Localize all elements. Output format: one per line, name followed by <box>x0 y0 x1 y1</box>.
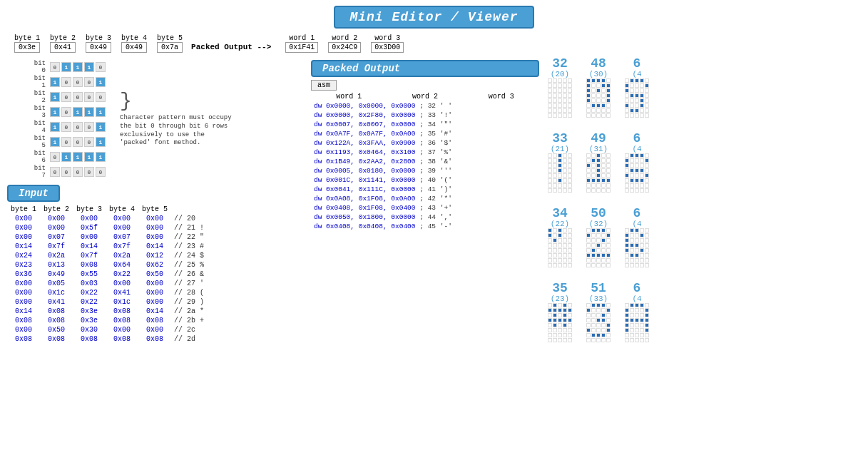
byte-group-1: byte 1 0x3e <box>14 34 40 53</box>
pixel-4-5-3 <box>601 178 606 183</box>
pixel-2-3-3 <box>640 93 644 98</box>
pixel-2-3-0 <box>625 93 629 98</box>
char-grid-9 <box>548 303 572 342</box>
table-row: dw 0x001C, 0x1141, 0x0000 ; 40 '(' <box>311 175 539 185</box>
pixel-11-4-4 <box>645 323 649 327</box>
pixel-0-6-1 <box>553 108 557 113</box>
bit-cell-6-1: 1 <box>61 152 71 162</box>
pixel-7-7-4 <box>606 263 611 267</box>
pixel-11-7-4 <box>645 338 649 342</box>
input-cell-8-4: 0x00 <box>138 288 171 297</box>
pixel-0-5-2 <box>558 103 562 108</box>
packed-table-body: dw 0x0000, 0x0000, 0x0000 ; 32 ' 'dw 0x0… <box>311 101 539 231</box>
packed-word2-header: word 2 <box>387 92 464 101</box>
pixel-3-7-3 <box>563 188 567 193</box>
pixel-0-7-2 <box>558 113 562 118</box>
pixel-7-0-0 <box>586 228 591 232</box>
pixel-11-7-0 <box>625 338 629 342</box>
input-cell-10-0: 0x14 <box>7 307 40 316</box>
input-cell-4-5: // 24 $ <box>171 251 208 260</box>
pixel-6-2-3 <box>563 238 567 242</box>
pixel-0-5-0 <box>548 103 552 108</box>
bit-cell-5-3: 0 <box>84 137 94 147</box>
bit-cell-3-2: 1 <box>73 107 83 117</box>
table-row: dw 0x122A, 0x3FAA, 0x0900 ; 36 '$' <box>311 138 539 148</box>
input-table-wrap[interactable]: byte 1byte 2byte 3byte 4byte 5 0x000x000… <box>7 205 307 344</box>
pixel-11-5-1 <box>630 328 634 332</box>
pixel-8-7-3 <box>640 263 644 267</box>
char-sub-7: (32) <box>589 220 608 228</box>
pixel-8-2-2 <box>635 238 639 242</box>
pixel-3-0-4 <box>568 153 572 158</box>
pixel-8-1-1 <box>630 233 634 237</box>
pixel-9-5-2 <box>558 328 562 332</box>
pixel-8-3-2 <box>635 243 639 247</box>
pixel-6-0-1 <box>553 228 557 232</box>
bit-cell-4-3: 0 <box>84 122 94 132</box>
pixel-10-6-4 <box>606 333 611 337</box>
pixel-10-5-3 <box>601 328 606 332</box>
byte4-value: 0x49 <box>121 42 147 53</box>
pixel-7-6-2 <box>596 258 601 262</box>
pixel-3-0-0 <box>548 153 552 158</box>
pixel-0-4-1 <box>553 98 557 103</box>
pixel-3-5-3 <box>563 178 567 183</box>
packed-row-0: dw 0x0000, 0x0000, 0x0000 ; 32 ' ' <box>311 101 539 111</box>
input-cell-12-3: 0x00 <box>106 325 138 334</box>
pixel-6-1-3 <box>563 233 567 237</box>
pixel-2-4-0 <box>625 98 629 103</box>
pixel-7-7-0 <box>586 263 591 267</box>
input-cell-6-4: 0x50 <box>138 270 171 279</box>
input-cell-8-0: 0x00 <box>7 288 40 297</box>
byte-group-5: byte 5 0x7a <box>157 34 183 53</box>
bit-cell-5-0: 1 <box>50 137 60 147</box>
preview-row-0: 32(20)48(30)6(4 <box>548 57 861 118</box>
packed-row-12: dw 0x0050, 0x1800, 0x0000 ; 44 ',' <box>311 213 539 222</box>
pixel-11-1-1 <box>630 308 634 312</box>
bit-cell-4-0: 1 <box>50 122 60 132</box>
input-cell-5-3: 0x64 <box>106 260 138 270</box>
pixel-3-7-2 <box>558 188 562 193</box>
packed-row-11: dw 0x0408, 0x1F08, 0x0400 ; 43 '+' <box>311 203 539 213</box>
bit-cell-6-2: 1 <box>73 152 83 162</box>
input-cell-12-5: // 2c <box>171 325 208 334</box>
pixel-2-3-2 <box>635 93 639 98</box>
pixel-4-5-1 <box>591 178 596 183</box>
annotation-brace: } <box>120 91 234 111</box>
pixel-10-2-1 <box>591 313 596 317</box>
asm-tab[interactable]: asm <box>311 80 337 91</box>
pixel-10-6-1 <box>591 333 596 337</box>
pixel-2-7-3 <box>640 113 644 118</box>
pixel-3-4-1 <box>553 173 557 178</box>
packed-row-2: dw 0x0007, 0x0007, 0x0000 ; 34 '"' <box>311 120 539 129</box>
pixel-7-3-4 <box>606 243 611 247</box>
pixel-9-3-4 <box>568 318 572 322</box>
pixel-6-1-0 <box>548 233 552 237</box>
pixel-6-5-0 <box>548 253 552 257</box>
pixel-7-3-3 <box>601 243 606 247</box>
pixel-11-6-0 <box>625 333 629 337</box>
bit-row-label-0: bit 0 <box>29 60 48 74</box>
input-cell-5-4: 0x62 <box>138 260 171 270</box>
pixel-11-3-3 <box>640 318 644 322</box>
char-preview-10: 51(33) <box>586 282 611 342</box>
pixel-1-0-2 <box>596 78 601 83</box>
input-cell-13-2: 0x08 <box>73 334 106 344</box>
table-row: 0x000x050x030x000x00// 27 ' <box>7 279 208 288</box>
pixel-9-4-2 <box>558 323 562 327</box>
pixel-5-0-3 <box>640 153 644 158</box>
annotation-text: Character pattern must occupy the bit 0 … <box>120 114 234 148</box>
pixel-5-5-4 <box>645 178 649 183</box>
pixel-3-6-0 <box>548 183 552 188</box>
input-cell-5-5: // 25 % <box>171 260 208 270</box>
word-group-3: word 3 0x3D00 <box>371 34 404 53</box>
pixel-7-7-1 <box>591 263 596 267</box>
pixel-3-0-2 <box>558 153 562 158</box>
pixel-6-6-2 <box>558 258 562 262</box>
input-cell-1-1: 0x00 <box>40 223 73 232</box>
pixel-6-0-3 <box>563 228 567 232</box>
pixel-4-7-0 <box>586 188 591 193</box>
pixel-3-2-4 <box>568 163 572 168</box>
pixel-10-1-1 <box>591 308 596 312</box>
pixel-1-0-0 <box>586 78 591 83</box>
